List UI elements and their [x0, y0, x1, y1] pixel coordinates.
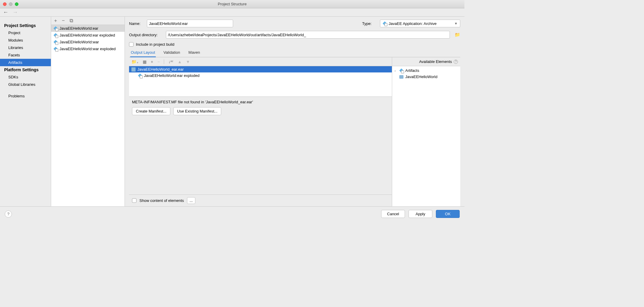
manifest-message: META-INF/MANIFEST.MF file not found in '…: [132, 100, 389, 104]
include-checkbox[interactable]: [129, 42, 133, 47]
artifact-label: JavaEEHelloWorld:ear: [59, 26, 98, 31]
artifact-label: JavaEEHelloWorld:ear exploded: [59, 33, 115, 37]
artifact-row[interactable]: JavaEEHelloWorld:ear: [51, 25, 125, 32]
include-label: Include in project build: [136, 42, 174, 47]
nav-toolbar: ← →: [0, 8, 464, 17]
detail-panel: Name: Type: JavaEE Application: Archive …: [125, 17, 464, 206]
dialog-footer: ? Cancel Apply OK: [0, 206, 464, 221]
use-existing-manifest-button[interactable]: Use Existing Manifest...: [173, 107, 222, 115]
artifact-row[interactable]: JavaEEHelloWorld:war exploded: [51, 45, 125, 52]
available-header: Available Elements: [419, 59, 452, 64]
layout-tree: JavaEEHelloWorld_ear.ear JavaEEHelloWorl…: [129, 66, 392, 96]
artifact-label: JavaEEHelloWorld:war exploded: [59, 47, 116, 51]
help-button[interactable]: ?: [5, 211, 12, 218]
available-row-project[interactable]: › JavaEEHelloWorld: [394, 74, 458, 80]
sidebar-item-global-libraries[interactable]: Global Libraries: [0, 81, 51, 88]
chevron-down-icon: ▼: [454, 22, 458, 25]
available-row-label: Artifacts: [405, 68, 419, 73]
create-manifest-button[interactable]: Create Manifest...: [132, 107, 170, 115]
artifact-list-panel: + − ⧉ JavaEEHelloWorld:ear JavaEEHelloWo…: [51, 17, 125, 206]
sidebar-heading-project-settings: Project Settings: [0, 22, 51, 29]
outdir-input[interactable]: [166, 31, 450, 39]
titlebar: Project Structure: [0, 0, 464, 8]
available-row-label: JavaEEHelloWorld: [405, 75, 437, 79]
archive-icon[interactable]: ▦: [143, 59, 147, 64]
sidebar-item-modules[interactable]: Modules: [0, 37, 51, 44]
layout-toolbar: 📁₊ ▦ + − ↓ᵃᶻ ▲ ▼: [129, 57, 392, 66]
artifact-row[interactable]: JavaEEHelloWorld:war: [51, 39, 125, 45]
name-label: Name:: [129, 21, 143, 26]
help-icon[interactable]: ?: [454, 60, 458, 64]
close-window-icon[interactable]: [3, 2, 7, 6]
artifact-icon: [54, 47, 58, 51]
copy-icon[interactable]: ⧉: [70, 18, 73, 24]
outdir-label: Output directory:: [129, 33, 162, 37]
zoom-window-icon[interactable]: [15, 2, 18, 6]
folder-icon: [399, 75, 403, 79]
name-input[interactable]: [147, 20, 233, 27]
tab-output-layout[interactable]: Output Layout: [130, 48, 156, 57]
sidebar-item-facets[interactable]: Facets: [0, 51, 51, 59]
ok-button[interactable]: OK: [436, 210, 460, 218]
show-content-row: Show content of elements ...: [129, 194, 392, 206]
tree-child-label: JavaEEHelloWorld:ear exploded: [144, 73, 200, 78]
window-controls: [3, 2, 18, 6]
tree-root-label: JavaEEHelloWorld_ear.ear: [137, 67, 184, 72]
manifest-area: META-INF/MANIFEST.MF file not found in '…: [129, 96, 392, 118]
tree-root[interactable]: JavaEEHelloWorld_ear.ear: [129, 66, 392, 72]
back-icon[interactable]: ←: [3, 9, 8, 15]
sidebar-item-libraries[interactable]: Libraries: [0, 44, 51, 51]
available-row-artifacts[interactable]: › Artifacts: [394, 67, 458, 74]
tab-maven[interactable]: Maven: [188, 48, 201, 57]
sidebar-item-sdks[interactable]: SDKs: [0, 73, 51, 81]
available-elements-panel: Available Elements ? › Artifacts › JavaE…: [392, 57, 460, 206]
show-content-checkbox[interactable]: [132, 198, 136, 203]
tab-validation[interactable]: Validation: [163, 48, 181, 57]
artifact-label: JavaEEHelloWorld:war: [59, 40, 99, 44]
forward-icon[interactable]: →: [12, 9, 18, 15]
artifact-icon: [54, 26, 58, 31]
artifact-icon: [54, 40, 58, 44]
type-label: Type:: [362, 21, 376, 26]
remove-icon[interactable]: −: [62, 18, 65, 24]
tabs: Output Layout Validation Maven: [129, 48, 460, 57]
window-title: Project Structure: [218, 2, 247, 6]
browse-folder-icon[interactable]: 📁: [455, 32, 460, 37]
cancel-button[interactable]: Cancel: [381, 210, 405, 218]
artifact-row[interactable]: JavaEEHelloWorld:ear exploded: [51, 32, 125, 39]
artifact-icon: [399, 69, 403, 73]
artifact-icon: [138, 74, 142, 78]
add-copy-icon[interactable]: +: [151, 59, 153, 64]
sidebar-heading-platform-settings: Platform Settings: [0, 66, 51, 73]
move-up-icon[interactable]: ▲: [178, 59, 182, 64]
artifact-toolbar: + − ⧉: [51, 17, 125, 25]
type-value: JavaEE Application: Archive: [389, 21, 436, 26]
minimize-window-icon[interactable]: [9, 2, 12, 6]
chevron-right-icon: ›: [395, 69, 398, 72]
add-icon[interactable]: +: [54, 18, 57, 24]
sidebar-item-artifacts[interactable]: Artifacts: [0, 59, 51, 66]
artifact-icon: [383, 21, 387, 26]
remove-icon[interactable]: −: [157, 59, 160, 64]
sidebar-item-problems[interactable]: Problems: [0, 92, 51, 100]
move-down-icon[interactable]: ▼: [186, 59, 190, 64]
output-layout-panel: 📁₊ ▦ + − ↓ᵃᶻ ▲ ▼ JavaEEHelloWorld_ear.ea…: [129, 57, 392, 206]
sidebar: Project Settings Project Modules Librari…: [0, 17, 51, 206]
sidebar-item-project[interactable]: Project: [0, 29, 51, 37]
artifact-icon: [54, 33, 58, 37]
ear-archive-icon: [131, 67, 136, 72]
show-content-label: Show content of elements: [139, 198, 184, 203]
new-folder-icon[interactable]: 📁₊: [131, 59, 139, 64]
show-content-ellipsis-button[interactable]: ...: [187, 197, 196, 204]
tree-child[interactable]: JavaEEHelloWorld:ear exploded: [129, 72, 392, 79]
sort-icon[interactable]: ↓ᵃᶻ: [168, 59, 173, 64]
type-select[interactable]: JavaEE Application: Archive ▼: [380, 20, 460, 27]
apply-button[interactable]: Apply: [409, 210, 432, 218]
separator: [164, 59, 164, 64]
